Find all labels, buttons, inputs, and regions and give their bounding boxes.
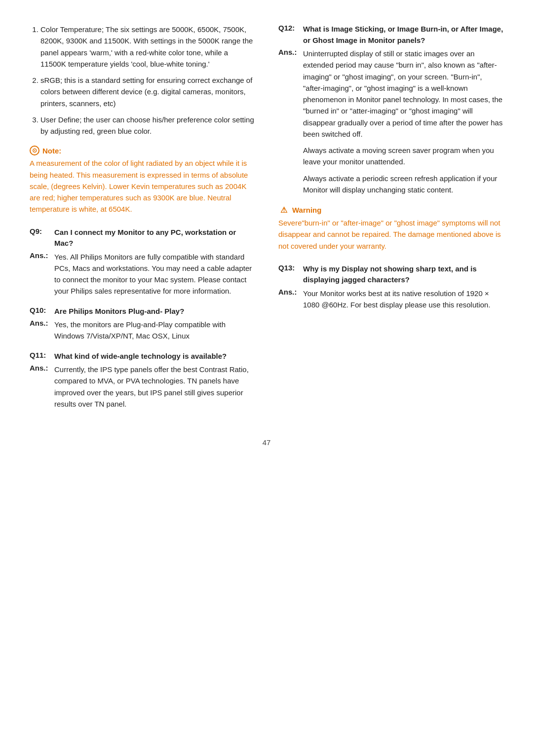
qa-block-q11: Q11: What kind of wide-angle technology … (30, 351, 255, 410)
question-q10: Q10: Are Philips Monitors Plug-and- Play… (30, 306, 255, 317)
q11-label: Q11: (30, 351, 48, 362)
page-number: 47 (30, 438, 503, 447)
qa-block-q12: Q12: What is Image Sticking, or Image Bu… (278, 24, 503, 195)
a10-text: Yes, the monitors are Plug-and-Play comp… (54, 319, 255, 342)
a13-text: Your Monitor works best at its native re… (303, 288, 503, 311)
note-icon: ⊙ (30, 146, 39, 155)
question-q12: Q12: What is Image Sticking, or Image Bu… (278, 24, 503, 46)
a9-text: Yes. All Philips Monitors are fully comp… (54, 251, 255, 297)
warning-icon: ⚠ (278, 204, 289, 215)
list-item: sRGB; this is a standard setting for ens… (40, 75, 255, 109)
note-label: ⊙ Note: (30, 146, 255, 155)
answer-q9: Ans.: Yes. All Philips Monitors are full… (30, 251, 255, 297)
warning-label-text: Warning (292, 206, 321, 214)
qa-block-q9: Q9: Can I connect my Monitor to any PC, … (30, 227, 255, 297)
warning-box: ⚠ Warning Severe"burn-in" or "after-imag… (278, 204, 503, 252)
a11-label: Ans.: (30, 364, 48, 410)
note-text: A measurement of the color of light radi… (30, 157, 255, 215)
q10-text: Are Philips Monitors Plug-and- Play? (54, 306, 184, 317)
a12-label: Ans.: (278, 48, 297, 195)
a11-text: Currently, the IPS type panels offer the… (54, 364, 255, 410)
q9-text: Can I connect my Monitor to any PC, work… (54, 227, 255, 249)
q11-text: What kind of wide-angle technology is av… (54, 351, 227, 362)
answer-q12: Ans.: Uninterrupted display of still or … (278, 48, 503, 195)
q13-text: Why is my Display not showing sharp text… (303, 264, 503, 286)
q12-label: Q12: (278, 24, 297, 46)
q12-text: What is Image Sticking, or Image Burn-in… (303, 24, 503, 46)
note-box: ⊙ Note: A measurement of the color of li… (30, 146, 255, 215)
question-q11: Q11: What kind of wide-angle technology … (30, 351, 255, 362)
a10-label: Ans.: (30, 319, 48, 342)
a13-label: Ans.: (278, 288, 297, 311)
main-content: Color Temperature; The six settings are … (30, 24, 503, 418)
answer-q13: Ans.: Your Monitor works best at its nat… (278, 288, 503, 311)
a12-paras: Uninterrupted display of still or static… (303, 48, 503, 195)
warning-text: Severe"burn-in" or "after-image" or "gho… (278, 217, 503, 252)
a12-para2: Always activate a moving screen saver pr… (303, 145, 503, 168)
q10-label: Q10: (30, 306, 48, 317)
answer-q10: Ans.: Yes, the monitors are Plug-and-Pla… (30, 319, 255, 342)
warning-label: ⚠ Warning (278, 204, 503, 215)
q13-label: Q13: (278, 264, 297, 286)
left-column: Color Temperature; The six settings are … (30, 24, 255, 418)
a9-label: Ans.: (30, 251, 48, 297)
question-q13: Q13: Why is my Display not showing sharp… (278, 264, 503, 286)
list-item: Color Temperature; The six settings are … (40, 24, 255, 70)
a12-para3: Always activate a periodic screen refres… (303, 173, 503, 196)
color-settings-list: Color Temperature; The six settings are … (30, 24, 255, 137)
question-q9: Q9: Can I connect my Monitor to any PC, … (30, 227, 255, 249)
a12-para1: Uninterrupted display of still or static… (303, 48, 503, 140)
right-column: Q12: What is Image Sticking, or Image Bu… (278, 24, 503, 418)
note-label-text: Note: (42, 147, 61, 155)
qa-block-q10: Q10: Are Philips Monitors Plug-and- Play… (30, 306, 255, 342)
list-item: User Define; the user can choose his/her… (40, 114, 255, 137)
qa-block-q13: Q13: Why is my Display not showing sharp… (278, 264, 503, 311)
q9-label: Q9: (30, 227, 48, 249)
answer-q11: Ans.: Currently, the IPS type panels off… (30, 364, 255, 410)
